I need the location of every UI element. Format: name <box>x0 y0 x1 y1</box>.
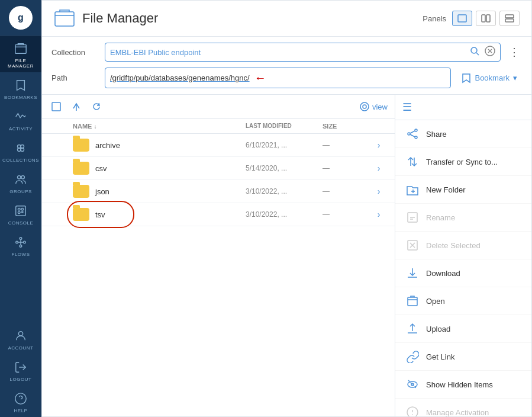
get-link-button[interactable]: Get Link <box>395 343 531 371</box>
file-size: — <box>323 187 370 195</box>
flows-icon <box>14 235 28 249</box>
sidebar-item-collections[interactable]: COLLECTIONS <box>0 135 41 166</box>
more-options-button[interactable]: ⋮ <box>507 43 522 61</box>
rename-button: Rename <box>395 204 531 232</box>
sidebar-label-collections: COLLECTIONS <box>2 158 39 163</box>
sidebar-logo[interactable]: g <box>0 0 41 36</box>
navigate-chevron-icon[interactable]: › <box>378 187 381 196</box>
collection-row: Collection EMBL-EBI Public endpoint <box>51 43 522 62</box>
svg-point-37 <box>415 129 417 131</box>
console-icon <box>14 204 28 218</box>
sidebar-item-help[interactable]: HELP <box>0 386 41 417</box>
right-panel: ☰ Share <box>395 95 531 416</box>
panel-single-button[interactable] <box>452 11 472 26</box>
table-row[interactable]: csv 5/14/2020, ... — › <box>42 157 395 180</box>
get-link-icon <box>405 349 420 364</box>
menu-icon[interactable]: ☰ <box>402 101 412 114</box>
transfer-label: Transfer or Sync to... <box>426 158 498 166</box>
path-input[interactable]: /gridftp/pub/databases/genenames/hgnc/ ← <box>105 68 451 88</box>
folder-icon <box>73 139 89 152</box>
sidebar-label-console: CONSOLE <box>8 220 34 226</box>
refresh-button[interactable] <box>89 100 104 114</box>
collection-input[interactable]: EMBL-EBI Public endpoint <box>105 43 501 62</box>
transfer-button[interactable]: Transfer or Sync to... <box>395 148 531 176</box>
collection-icons <box>469 46 495 59</box>
table-row[interactable]: json 3/10/2022, ... — › <box>42 180 395 203</box>
manage-activation-label: Manage Activation <box>426 408 489 417</box>
open-label: Open <box>426 297 445 306</box>
navigate-chevron-icon[interactable]: › <box>378 140 381 150</box>
manage-activation-icon <box>405 405 420 416</box>
panel-dual-button[interactable] <box>476 11 496 26</box>
show-hidden-button[interactable]: Show Hidden Items <box>395 371 531 399</box>
activity-icon <box>14 110 28 124</box>
sidebar-item-bookmarks[interactable]: BOOKMARKS <box>0 72 41 104</box>
download-button[interactable]: Download <box>395 259 531 287</box>
open-button[interactable]: Open <box>395 287 531 315</box>
svg-point-29 <box>471 47 477 53</box>
go-up-button[interactable] <box>69 100 83 114</box>
table-row[interactable]: tsv 3/10/2022, ... — › <box>42 203 395 226</box>
name-column-header[interactable]: NAME ↓ <box>73 123 246 130</box>
svg-point-3 <box>18 145 21 149</box>
sidebar-item-activity[interactable]: ACTIVITY <box>0 104 41 135</box>
date-column-header: LAST MODIFIED <box>246 123 323 130</box>
file-name: archive <box>95 141 120 150</box>
svg-point-16 <box>20 238 22 240</box>
svg-rect-26 <box>486 15 490 22</box>
sidebar-label-logout: LOGOUT <box>10 377 32 382</box>
file-list-panel: view NAME ↓ LAST MODIFIED SIZE archive <box>42 95 395 416</box>
svg-rect-23 <box>55 12 74 26</box>
file-date: 3/10/2022, ... <box>246 210 323 219</box>
path-arrow-indicator: ← <box>254 71 266 85</box>
table-row[interactable]: archive 6/10/2021, ... — › <box>42 134 395 157</box>
svg-rect-27 <box>505 15 514 18</box>
svg-point-4 <box>21 145 24 149</box>
select-all-checkbox[interactable] <box>49 100 63 114</box>
right-panel-header: ☰ <box>395 95 531 120</box>
svg-point-9 <box>18 208 20 210</box>
bookmark-button[interactable]: Bookmark ▾ <box>457 73 522 84</box>
sidebar-item-account[interactable]: ACCOUNT <box>0 323 41 354</box>
new-folder-button[interactable]: New Folder <box>395 176 531 204</box>
search-icon[interactable] <box>469 46 480 59</box>
sidebar-item-flows[interactable]: FLOWS <box>0 229 41 261</box>
file-size: — <box>323 164 370 172</box>
svg-rect-24 <box>458 15 466 22</box>
app-header: File Manager Panels <box>42 1 531 37</box>
logo-icon: g <box>9 6 33 30</box>
svg-point-36 <box>363 105 366 108</box>
open-icon <box>405 293 420 309</box>
panel-wide-button[interactable] <box>499 11 520 26</box>
sidebar-item-groups[interactable]: GROUPS <box>0 166 41 198</box>
file-date: 5/14/2020, ... <box>246 164 323 172</box>
main-content: File Manager Panels <box>41 0 532 417</box>
file-name: csv <box>95 164 107 173</box>
show-hidden-icon <box>405 377 420 392</box>
svg-rect-28 <box>505 19 514 22</box>
clear-icon[interactable] <box>485 46 495 59</box>
share-label: Share <box>426 130 447 139</box>
sidebar-item-console[interactable]: CONSOLE <box>0 198 41 229</box>
sidebar-item-logout[interactable]: LOGOUT <box>0 354 41 386</box>
file-manager-icon <box>14 41 28 56</box>
toolbar: Collection EMBL-EBI Public endpoint <box>42 37 531 95</box>
file-area: view NAME ↓ LAST MODIFIED SIZE archive <box>42 95 531 416</box>
share-button[interactable]: Share <box>395 120 531 148</box>
help-icon <box>14 392 28 406</box>
file-manager-header-icon <box>54 8 75 29</box>
upload-button[interactable]: Upload <box>395 315 531 343</box>
navigate-chevron-icon[interactable]: › <box>378 210 381 219</box>
view-button[interactable]: view <box>359 101 388 112</box>
share-icon <box>405 126 420 142</box>
account-icon <box>14 329 28 343</box>
file-date: 3/10/2022, ... <box>246 187 323 195</box>
transfer-icon <box>405 154 420 169</box>
svg-point-19 <box>18 332 22 336</box>
sidebar-item-file-manager[interactable]: FILE MANAGER <box>0 36 41 72</box>
path-row: Path /gridftp/pub/databases/genenames/hg… <box>51 68 522 88</box>
file-name: tsv <box>95 210 105 219</box>
show-hidden-label: Show Hidden Items <box>426 380 493 389</box>
navigate-chevron-icon[interactable]: › <box>378 163 381 173</box>
svg-rect-25 <box>482 15 485 22</box>
